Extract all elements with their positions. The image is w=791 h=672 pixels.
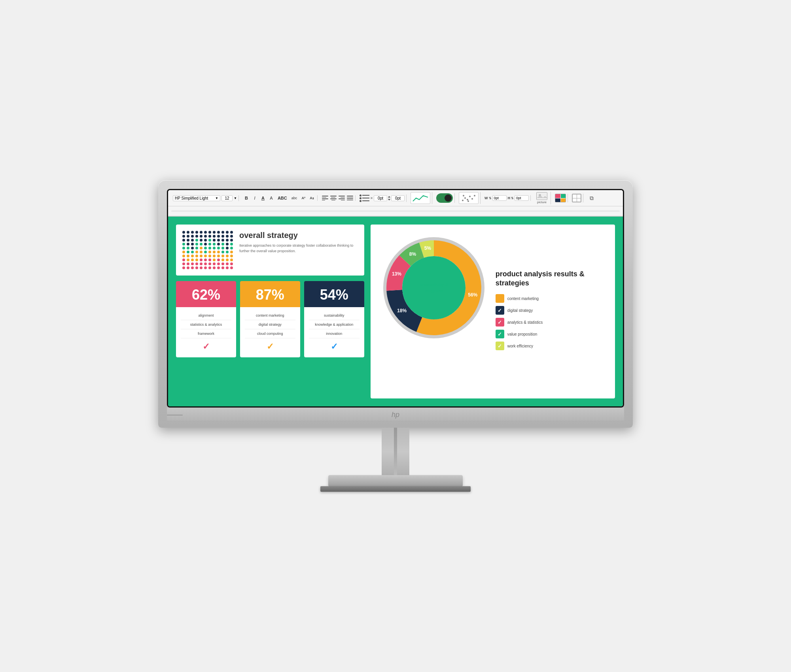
superscript-button[interactable]: A² <box>300 196 307 200</box>
dot <box>221 262 224 265</box>
svg-point-3 <box>469 196 471 197</box>
legend-checkbox[interactable]: ✓ <box>496 318 504 327</box>
dot <box>230 243 233 245</box>
dot-column <box>195 231 198 269</box>
dot <box>213 247 216 249</box>
align-justify-icon[interactable] <box>346 195 354 201</box>
list-section: ≡ 0pt 0pt <box>358 194 407 202</box>
underline2-button[interactable]: A <box>268 195 275 201</box>
abc2-button[interactable]: abc <box>290 196 299 200</box>
align-left-icon[interactable] <box>322 195 329 201</box>
legend-checkbox[interactable]: ✓ <box>496 342 504 350</box>
svg-point-0 <box>462 200 464 201</box>
dot-column <box>204 231 207 269</box>
width-label: W <box>484 196 488 200</box>
width-arrow: ⇅ <box>489 196 492 200</box>
svg-rect-8 <box>537 193 547 200</box>
legend-label: digital strategy <box>507 308 533 313</box>
legend-item: content marketing <box>496 294 607 303</box>
legend-item: ✓work efficiency <box>496 342 607 350</box>
legend-checkbox[interactable] <box>496 294 504 303</box>
strategy-title: overall strategy <box>239 231 358 240</box>
dot <box>204 251 207 253</box>
copy-icon[interactable]: ⧉ <box>587 194 596 202</box>
line-chart-preview[interactable] <box>411 192 430 204</box>
stat-checkmark: ✓ <box>331 342 338 352</box>
svg-point-4 <box>471 198 473 200</box>
legend-label: value proposition <box>507 332 537 337</box>
copy-section: ⧉ <box>586 194 598 202</box>
underline-button[interactable]: A <box>259 195 267 201</box>
picture-button[interactable]: picture <box>535 192 549 204</box>
dot <box>200 251 202 253</box>
stat-item: statistics & analytics <box>181 320 231 329</box>
dot-column <box>191 231 194 269</box>
legend-item: ✓analytics & statistics <box>496 318 607 327</box>
dot <box>187 239 189 242</box>
font-dropdown-icon[interactable]: ▼ <box>215 196 218 200</box>
dot <box>191 235 194 238</box>
italic-button[interactable]: I <box>251 195 258 201</box>
height-input[interactable] <box>515 195 529 201</box>
chart-section <box>409 192 432 204</box>
scatter-chart-preview[interactable] <box>459 192 479 204</box>
dot <box>208 255 211 257</box>
color-grid[interactable] <box>555 194 566 202</box>
dot <box>230 235 233 238</box>
list-icon[interactable] <box>360 194 369 202</box>
dot <box>208 231 211 234</box>
legend-checkbox[interactable]: ✓ <box>496 306 504 315</box>
analysis-title: product analysis results & strategies <box>496 270 607 288</box>
dot <box>182 239 185 242</box>
dot <box>230 266 233 269</box>
dot <box>204 243 207 245</box>
dot <box>217 259 220 261</box>
color-grid-section <box>553 194 568 202</box>
picture-section: picture <box>533 192 551 204</box>
line-spacing-icon[interactable] <box>388 196 390 200</box>
stand-foot <box>320 486 471 492</box>
align-right-icon[interactable] <box>338 195 345 201</box>
spacing-opt2[interactable]: 0pt <box>391 195 405 201</box>
dot <box>217 231 220 234</box>
dot <box>191 255 194 257</box>
dot <box>221 243 224 245</box>
left-panel: overall strategy Iterative approaches to… <box>176 225 364 398</box>
dot <box>191 251 194 253</box>
width-input[interactable] <box>492 195 507 201</box>
dot <box>213 255 216 257</box>
dot <box>221 231 224 234</box>
dot <box>208 266 211 269</box>
dot <box>221 255 224 257</box>
picture-icon <box>536 192 547 200</box>
dot <box>187 243 189 245</box>
spacing-opt1[interactable]: 0pt <box>374 195 387 201</box>
align-center-icon[interactable] <box>330 195 337 201</box>
legend-label: content marketing <box>507 296 539 301</box>
dot <box>226 231 229 234</box>
toggle-button[interactable] <box>436 193 453 203</box>
dot <box>204 231 207 234</box>
legend-checkbox[interactable]: ✓ <box>496 330 504 338</box>
dot <box>200 239 202 242</box>
stat-card: 87%content marketingdigital strategyclou… <box>240 281 300 357</box>
dot <box>226 255 229 257</box>
legend-label: work efficiency <box>507 344 533 349</box>
dot <box>187 255 189 257</box>
dot <box>208 262 211 265</box>
table-icon[interactable] <box>572 194 581 202</box>
indent-btn[interactable]: ≡ <box>371 196 373 200</box>
font-selector[interactable]: HP Simplified Light ▼ <box>173 195 220 201</box>
dot <box>221 266 224 269</box>
dot <box>195 247 198 249</box>
dot <box>217 239 220 242</box>
donut-container: 56%18%13%8%5% productivity & progress <box>378 232 489 343</box>
font-size-dropdown-icon[interactable]: ▼ <box>234 196 237 200</box>
subscript-button[interactable]: A₂ <box>308 196 316 200</box>
dot <box>191 259 194 261</box>
font-size-box[interactable]: 12 <box>221 195 233 201</box>
bold-button[interactable]: B <box>243 195 250 201</box>
stat-item: framework <box>181 329 231 338</box>
abc-button[interactable]: ABC <box>276 195 289 201</box>
dot <box>221 239 224 242</box>
